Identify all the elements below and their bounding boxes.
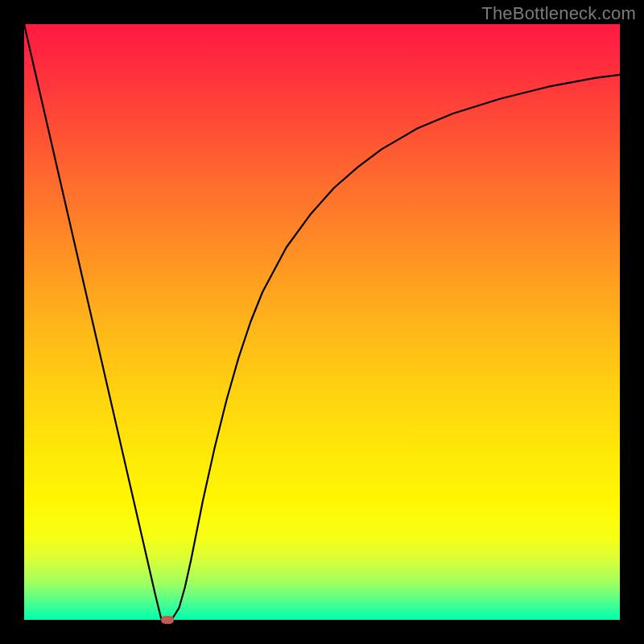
chart-frame: TheBottleneck.com	[0, 0, 644, 644]
plot-area	[24, 24, 620, 620]
watermark-text: TheBottleneck.com	[481, 3, 636, 24]
optimum-marker	[161, 616, 174, 624]
bottleneck-curve	[24, 24, 620, 620]
